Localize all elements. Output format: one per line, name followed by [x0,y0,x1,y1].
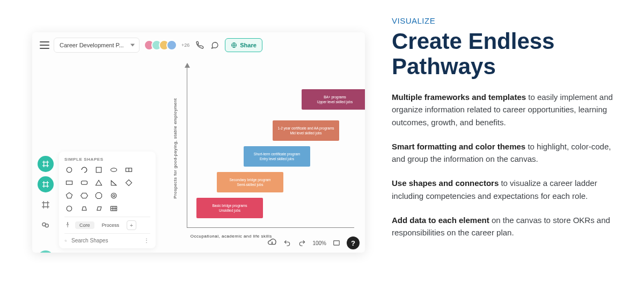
feature-paragraph: Use shapes and connectors to visualize a… [392,177,623,202]
svg-line-19 [66,241,67,241]
share-button[interactable]: Share [225,38,262,52]
feature-bold: Multiple frameworks and templates [392,92,526,102]
svg-point-12 [113,195,115,197]
top-bar: Career Development P... +26 [32,32,365,58]
avatar-overflow-count: +26 [181,42,189,48]
shape-table-icon[interactable] [109,204,119,213]
y-axis-label: Prospects for good-paying, stable employ… [173,98,178,199]
search-icon [64,238,67,244]
svg-rect-1 [334,241,340,245]
step-title: 1-2 year certificate and AA programs [277,126,334,131]
step-title: Short-term certificate program [254,152,300,156]
pin-icon[interactable] [64,221,72,229]
fullscreen-icon[interactable] [332,238,341,248]
eyebrow: VISUALIZE [392,16,623,25]
undo-icon[interactable] [282,238,292,248]
marketing-copy: VISUALIZE Create Endless Pathways Multip… [376,0,644,294]
ladder-step[interactable]: 1-2 year certificate and AA programs Mid… [273,120,339,141]
collaborators: +26 Share [147,38,262,52]
help-button[interactable]: ? [347,236,360,249]
shape-category-row: Core Process + [64,217,150,230]
tool-rail [38,156,54,253]
ladder-step[interactable]: Secondary bridge program Semi-skilled jo… [217,172,283,192]
svg-rect-5 [97,167,102,173]
svg-rect-10 [81,181,87,184]
feature-bold: Use shapes and connectors [392,178,499,188]
svg-point-4 [67,167,72,173]
step-title: Basic bridge programs [212,203,247,208]
step-title: BA+ programs [324,95,346,99]
shape-search-row: ⋮ [64,233,150,244]
feature-paragraph: Multiple frameworks and templates to eas… [392,91,623,128]
close-panel-button[interactable] [38,250,54,253]
avatar [166,40,177,51]
menu-icon[interactable] [40,41,49,49]
frame-tool-button[interactable] [38,156,54,172]
add-category-button[interactable]: + [127,220,136,230]
svg-point-18 [65,240,67,241]
frame-tool-alt-button[interactable] [38,176,54,192]
document-picker[interactable]: Career Development P... [54,38,140,53]
step-title: Secondary bridge program [230,177,271,182]
x-axis-label: Occupational, academic and life skills [191,234,272,239]
shape-diamond-icon[interactable] [124,178,134,188]
shape-hexagon-icon[interactable] [79,191,89,200]
shape-arc-icon[interactable] [79,165,89,175]
ladder-step[interactable]: Basic bridge programs Unskilled jobs [196,198,263,218]
shape-right-triangle-icon[interactable] [109,178,119,188]
shape-parallelogram-icon[interactable] [94,204,104,213]
ladder-step[interactable]: BA+ programs Upper level skilled jobs [302,89,365,110]
ladder-step[interactable]: Short-term certificate program Entry lev… [244,146,310,167]
shape-triangle-icon[interactable] [94,178,104,188]
app-screenshot-region: Career Development P... +26 [0,0,376,294]
page-heading: Create Endless Pathways [392,28,623,79]
shape-rect-icon[interactable] [64,178,74,188]
feature-paragraph: Add data to each element on the canvas t… [392,214,623,239]
grid-tool-button[interactable] [38,197,54,213]
step-sub: Mid level skilled jobs [290,131,321,135]
comment-icon[interactable] [210,40,219,50]
status-bar: 100% ? [267,236,360,249]
shape-circle-icon[interactable] [64,165,74,175]
y-axis [187,63,187,228]
zoom-level[interactable]: 100% [312,240,326,246]
shape-square-icon[interactable] [94,165,104,175]
category-core-tab[interactable]: Core [75,221,94,229]
x-axis [187,227,354,228]
feature-bold: Add data to each element [392,216,489,225]
shapes-panel: SIMPLE SHAPES [59,152,156,248]
step-sub: Entry level skilled jobs [260,156,294,161]
step-sub: Unskilled jobs [219,208,240,213]
shape-circle2-icon[interactable] [64,204,74,213]
feature-paragraph: Smart formatting and color themes to hig… [392,140,623,166]
svg-point-11 [111,193,116,198]
call-icon[interactable] [195,40,204,50]
feature-bold: Smart formatting and color themes [392,142,525,151]
group-tool-button[interactable] [38,217,54,233]
shapes-grid [64,165,150,213]
redo-icon[interactable] [297,238,307,248]
shape-ring-icon[interactable] [109,191,119,200]
svg-point-3 [45,224,48,227]
more-icon[interactable]: ⋮ [144,238,150,243]
shape-roundrect-icon[interactable] [79,178,89,188]
shape-octagon-icon[interactable] [94,191,104,200]
shapes-panel-title: SIMPLE SHAPES [64,157,150,162]
cloud-sync-icon[interactable] [267,238,277,248]
step-sub: Semi-skilled jobs [237,182,264,187]
app-window: Career Development P... +26 [32,32,365,253]
share-button-label: Share [240,42,257,48]
shape-halfrect-icon[interactable] [124,165,134,175]
shape-ellipse-icon[interactable] [109,165,119,175]
svg-point-6 [111,168,116,171]
shape-pentagon-icon[interactable] [64,191,74,200]
category-process-tab[interactable]: Process [98,221,124,229]
svg-point-13 [67,206,72,211]
shape-trapezoid-icon[interactable] [79,204,89,213]
shape-search-input[interactable] [70,237,141,244]
step-sub: Upper level skilled jobs [317,99,353,104]
avatar-stack[interactable] [147,40,177,51]
svg-rect-9 [66,181,72,184]
